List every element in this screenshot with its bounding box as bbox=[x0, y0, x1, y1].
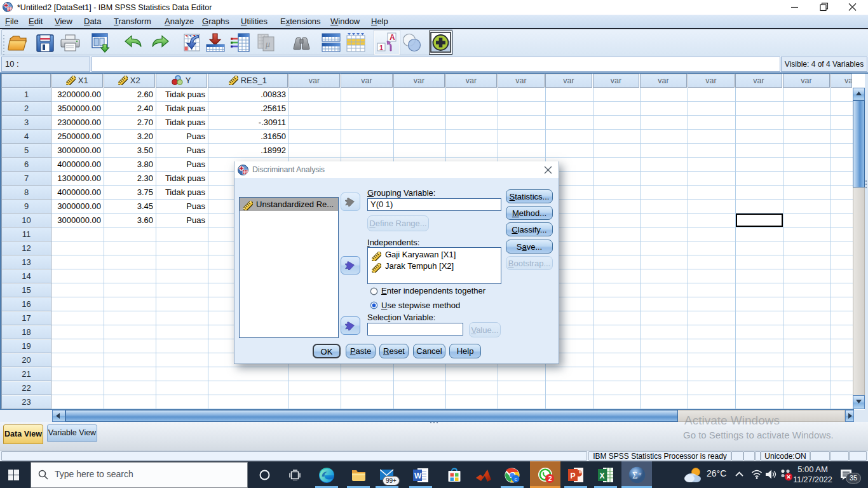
svg-text:1: 1 bbox=[379, 44, 383, 51]
svg-text:μ: μ bbox=[265, 39, 270, 49]
svg-text:W: W bbox=[414, 471, 422, 480]
svg-text:2: 2 bbox=[548, 475, 552, 482]
svg-text:c: c bbox=[515, 476, 518, 482]
svg-text:X: X bbox=[600, 471, 605, 480]
svg-text:P: P bbox=[570, 471, 575, 480]
svg-text:Σ: Σ bbox=[632, 470, 637, 480]
svg-text:A: A bbox=[390, 33, 395, 42]
